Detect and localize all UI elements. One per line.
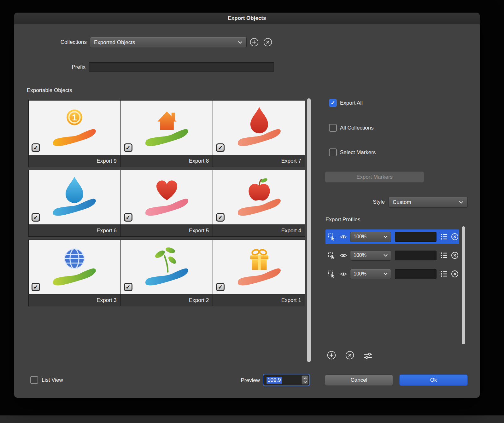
svg-text:1: 1 xyxy=(72,113,77,122)
chevron-down-icon xyxy=(238,41,243,44)
chevron-up-icon xyxy=(303,377,307,380)
cancel-button[interactable]: Cancel xyxy=(325,374,393,386)
object-checkbox[interactable] xyxy=(32,213,40,222)
profile-details-list-icon[interactable] xyxy=(440,233,448,240)
profile-scale-dropdown[interactable]: 100% xyxy=(350,232,391,242)
dialog-titlebar[interactable]: Export Objects xyxy=(14,13,480,24)
sliders-icon xyxy=(364,352,372,360)
remove-profile-button[interactable] xyxy=(345,351,355,360)
object-checkbox[interactable] xyxy=(124,283,132,291)
preview-label: Preview xyxy=(216,377,260,384)
visibility-eye-icon[interactable] xyxy=(340,272,347,276)
heart-in-hand-icon xyxy=(142,173,191,222)
remove-profile-row-icon[interactable] xyxy=(451,252,459,259)
object-checkbox[interactable] xyxy=(32,143,40,152)
object-checkbox[interactable] xyxy=(124,213,132,222)
object-checkbox[interactable] xyxy=(124,143,132,152)
chevron-down-icon xyxy=(384,254,388,257)
object-checkbox[interactable] xyxy=(216,283,225,291)
plus-circle-icon xyxy=(250,38,259,47)
export-object-card[interactable]: Export 7 xyxy=(213,100,305,167)
all-collections-checkbox[interactable] xyxy=(329,124,337,132)
collections-label: Collections xyxy=(33,38,87,46)
blood-drop-in-hand-icon xyxy=(235,103,284,152)
export-object-label: Export 6 xyxy=(29,224,120,236)
style-selected-value: Custom xyxy=(393,199,411,206)
preview-value[interactable]: 109.9 xyxy=(267,377,282,384)
object-checkbox[interactable] xyxy=(216,143,225,152)
visibility-eye-icon[interactable] xyxy=(340,235,347,239)
profile-scale-value: 100% xyxy=(354,271,366,277)
apple-in-hand-icon xyxy=(235,173,284,222)
house-in-hand-icon xyxy=(142,103,191,152)
profiles-scrollbar[interactable] xyxy=(462,226,465,344)
export-object-label: Export 9 xyxy=(29,155,120,167)
export-object-card[interactable]: Export 6 xyxy=(28,170,121,237)
export-object-label: Export 2 xyxy=(121,294,213,306)
profile-scale-value: 100% xyxy=(354,234,366,240)
export-object-label: Export 8 xyxy=(121,155,213,167)
ok-button[interactable]: Ok xyxy=(399,374,468,386)
export-object-label: Export 3 xyxy=(29,294,120,306)
export-all-checkbox[interactable] xyxy=(329,99,337,107)
export-profile-row[interactable]: 100% xyxy=(325,267,459,281)
export-object-label: Export 4 xyxy=(213,224,305,236)
stepper-arrows[interactable] xyxy=(302,375,308,385)
chevron-down-icon xyxy=(459,201,464,204)
export-object-card[interactable]: Export 2 xyxy=(121,240,213,306)
chevron-down-icon xyxy=(384,273,388,275)
select-markers-checkbox[interactable] xyxy=(329,148,337,156)
list-view-checkbox[interactable] xyxy=(30,376,38,384)
profile-name-input[interactable] xyxy=(395,232,437,242)
add-profile-button[interactable] xyxy=(327,351,336,360)
profile-details-list-icon[interactable] xyxy=(440,252,448,259)
export-markers-button[interactable]: Export Markers xyxy=(325,171,424,183)
remove-profile-row-icon[interactable] xyxy=(451,270,459,278)
slice-icon[interactable] xyxy=(327,270,336,278)
gift-in-hand-icon xyxy=(235,242,284,292)
collections-dropdown[interactable]: Exported Objects xyxy=(90,37,247,48)
export-object-card[interactable]: Export 4 xyxy=(213,170,305,237)
profile-scale-dropdown[interactable]: 100% xyxy=(350,250,391,261)
water-drop-in-hand-icon xyxy=(50,173,99,222)
export-profile-row[interactable]: 100% xyxy=(325,229,459,244)
chevron-down-icon xyxy=(303,381,307,383)
profile-name-input[interactable] xyxy=(395,251,437,260)
export-object-card[interactable]: Export 1 xyxy=(213,240,305,306)
profile-scale-dropdown[interactable]: 100% xyxy=(350,269,391,279)
profile-details-list-icon[interactable] xyxy=(440,270,448,278)
export-object-label: Export 1 xyxy=(213,294,305,306)
profile-scale-value: 100% xyxy=(354,252,366,258)
export-all-label: Export All xyxy=(340,99,363,107)
prefix-input[interactable] xyxy=(89,62,274,72)
preview-stepper[interactable]: 109.9 xyxy=(263,374,310,386)
profile-settings-button[interactable] xyxy=(363,351,373,361)
object-checkbox[interactable] xyxy=(216,213,225,222)
export-profile-row[interactable]: 100% xyxy=(325,248,459,263)
style-dropdown[interactable]: Custom xyxy=(389,197,468,208)
window-bottom-edge xyxy=(0,415,504,423)
profile-name-input[interactable] xyxy=(395,269,437,279)
object-checkbox[interactable] xyxy=(32,283,40,291)
exportable-objects-label: Exportable Objects xyxy=(27,87,72,94)
remove-profile-row-icon[interactable] xyxy=(451,233,459,240)
select-markers-label: Select Markers xyxy=(340,149,376,156)
dialog-title: Export Objects xyxy=(228,15,266,21)
export-object-card[interactable]: Export 5 xyxy=(121,170,213,237)
export-object-card[interactable]: Export 8 xyxy=(121,100,213,167)
all-collections-label: All Collections xyxy=(340,124,374,132)
visibility-eye-icon[interactable] xyxy=(340,253,347,258)
export-profiles-label: Export Profiles xyxy=(325,216,360,223)
slice-icon[interactable] xyxy=(327,251,336,259)
objects-scrollbar[interactable] xyxy=(307,98,311,362)
add-collection-button[interactable] xyxy=(249,38,259,47)
export-object-card[interactable]: 1 Export 9 xyxy=(28,100,121,167)
slice-icon[interactable] xyxy=(327,233,336,241)
export-object-card[interactable]: Export 3 xyxy=(28,240,121,306)
export-object-label: Export 7 xyxy=(213,155,305,167)
export-objects-dialog: Export Objects Collections Exported Obje… xyxy=(14,13,480,398)
remove-collection-button[interactable] xyxy=(263,38,273,47)
collections-selected-value: Exported Objects xyxy=(94,39,135,46)
style-label: Style xyxy=(342,198,385,206)
list-view-label: List View xyxy=(42,376,63,384)
